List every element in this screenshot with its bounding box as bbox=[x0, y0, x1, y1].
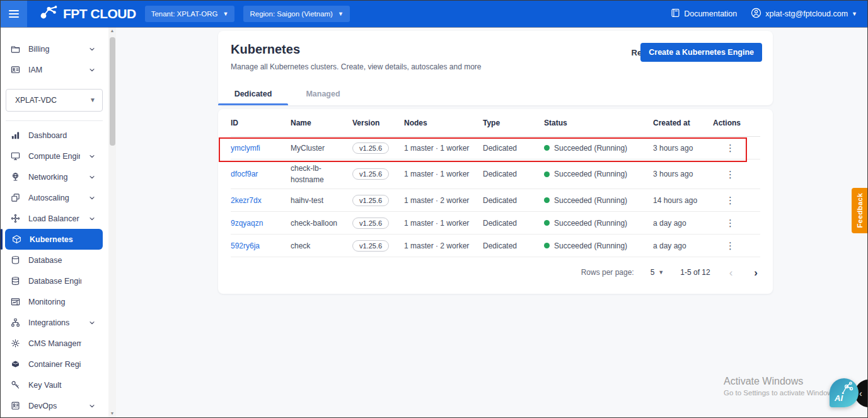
cluster-type-cell: Dedicated bbox=[483, 241, 544, 250]
sidebar-item-database-engine[interactable]: Database Engine bbox=[1, 270, 105, 291]
scroll-up-icon[interactable]: ▲ bbox=[108, 27, 116, 35]
main-content: Kubernetes Manage all Kubernetes cluster… bbox=[116, 27, 867, 417]
chevron-down-icon bbox=[88, 257, 96, 264]
sidebar-item-label: CMS Management bbox=[28, 339, 81, 348]
ai-assistant-button[interactable]: AI bbox=[830, 378, 859, 407]
previous-page-button[interactable]: ‹ bbox=[727, 267, 736, 278]
status-text: Succeeded (Running) bbox=[554, 241, 627, 250]
cluster-version-cell: v1.25.6 bbox=[352, 240, 404, 252]
tab-managed[interactable]: Managed bbox=[288, 90, 358, 105]
page-subtitle: Manage all Kubernetes clusters. Create, … bbox=[231, 62, 482, 71]
cluster-name-cell: check bbox=[291, 237, 352, 255]
create-kubernetes-engine-button[interactable]: Create a Kubernetes Engine bbox=[640, 43, 762, 62]
sidebar-item-kubernetes[interactable]: Kubernetes bbox=[5, 229, 103, 250]
sidebar-item-billing[interactable]: Billing bbox=[1, 38, 105, 59]
cluster-id-link[interactable]: 9zqyaqzn bbox=[231, 219, 263, 228]
billing-icon bbox=[10, 44, 20, 54]
cluster-actions-cell: ⋮ bbox=[713, 217, 760, 229]
column-header-status: Status bbox=[544, 119, 653, 127]
database-engine-icon bbox=[10, 276, 20, 286]
cluster-version-cell: v1.25.6 bbox=[352, 142, 404, 154]
table-row: 592ry6ja check v1.25.6 1 master · 2 work… bbox=[231, 235, 760, 257]
column-header-actions: Actions bbox=[713, 119, 760, 127]
status-dot-icon bbox=[544, 171, 550, 177]
vdc-selector[interactable]: XPLAT-VDC ▼ bbox=[6, 89, 103, 112]
fpt-cloud-logo[interactable]: FPT CLOUD bbox=[40, 5, 136, 23]
sidebar-item-label: Monitoring bbox=[28, 298, 80, 306]
status-text: Succeeded (Running) bbox=[554, 144, 627, 153]
cluster-id-link[interactable]: ymclymfi bbox=[231, 144, 260, 153]
column-header-name: Name bbox=[291, 119, 352, 127]
chevron-down-icon bbox=[86, 236, 94, 243]
tab-dedicated[interactable]: Dedicated bbox=[218, 90, 288, 105]
menu-toggle-button[interactable] bbox=[1, 1, 27, 27]
chevron-down-icon bbox=[90, 277, 96, 285]
rows-per-page-select[interactable]: 5 ▼ bbox=[651, 268, 664, 277]
column-header-id: ID bbox=[231, 119, 291, 127]
user-account-menu[interactable]: xplat-stg@fptcloud.com ▼ bbox=[751, 8, 857, 20]
sidebar-divider bbox=[6, 120, 103, 121]
tenant-label: Tenant: XPLAT-ORG bbox=[151, 10, 218, 18]
cluster-actions-cell: ⋮ bbox=[713, 194, 760, 206]
sidebar-item-dashboard[interactable]: Dashboard bbox=[1, 125, 105, 146]
pagination-bar: Rows per page: 5 ▼ 1-5 of 12 ‹ › bbox=[231, 257, 760, 285]
kubernetes-icon bbox=[11, 235, 21, 245]
next-page-button[interactable]: › bbox=[751, 267, 760, 278]
row-actions-menu-icon[interactable]: ⋮ bbox=[722, 168, 739, 180]
chevron-down-icon bbox=[90, 340, 96, 347]
sidebar-item-key-vault[interactable]: Key Vault bbox=[1, 374, 105, 395]
page-header-card: Kubernetes Manage all Kubernetes cluster… bbox=[218, 31, 773, 105]
documentation-link[interactable]: Documentation bbox=[671, 8, 737, 20]
sidebar-item-container-registry[interactable]: Container Registry bbox=[1, 354, 105, 374]
ai-button-label: AI bbox=[835, 393, 843, 403]
sidebar-item-integrations[interactable]: Integrations bbox=[1, 312, 105, 333]
sidebar-scrollbar[interactable]: ▲ ▼ bbox=[108, 27, 116, 417]
cluster-id-link[interactable]: 2kezr7dx bbox=[231, 196, 262, 205]
cluster-version-cell: v1.25.6 bbox=[352, 168, 404, 180]
table-row: 2kezr7dx haihv-test v1.25.6 1 master · 2… bbox=[231, 189, 760, 212]
sidebar-item-label: Billing bbox=[28, 45, 80, 54]
row-actions-menu-icon[interactable]: ⋮ bbox=[722, 217, 739, 229]
sidebar-item-monitoring[interactable]: Monitoring bbox=[1, 291, 105, 312]
sidebar-main-group: Dashboard Compute Engine Networking Auto… bbox=[1, 125, 108, 416]
region-selector[interactable]: Region: Saigon (Vietnam) ▼ bbox=[243, 6, 349, 22]
column-header-type: Type bbox=[483, 119, 544, 127]
sidebar-item-devops[interactable]: DevOps bbox=[1, 395, 105, 416]
cluster-created-cell: 14 hours ago bbox=[653, 196, 713, 205]
database-icon bbox=[10, 255, 20, 265]
cluster-nodes-cell: 1 master · 1 worker bbox=[404, 170, 483, 178]
sidebar-item-label: Dashboard bbox=[28, 131, 80, 140]
tenant-selector[interactable]: Tenant: XPLAT-ORG ▼ bbox=[145, 6, 235, 22]
cluster-id-link[interactable]: dfocf9ar bbox=[231, 170, 258, 178]
scroll-down-icon[interactable]: ▼ bbox=[108, 410, 116, 417]
cluster-status-cell: Succeeded (Running) bbox=[544, 219, 653, 228]
caret-down-icon: ▼ bbox=[658, 270, 664, 276]
sidebar-item-networking[interactable]: Networking bbox=[1, 166, 105, 187]
chevron-down-icon bbox=[88, 319, 96, 327]
logo-text: FPT CLOUD bbox=[63, 6, 136, 21]
sidebar-item-cms-management[interactable]: CMS Management bbox=[1, 333, 105, 354]
table-header-row: IDNameVersionNodesTypeStatusCreated atAc… bbox=[231, 109, 760, 137]
sidebar-item-autoscaling[interactable]: Autoscaling bbox=[1, 187, 105, 208]
sidebar-item-database[interactable]: Database bbox=[1, 250, 105, 270]
sidebar-item-compute-engine[interactable]: Compute Engine bbox=[1, 146, 105, 166]
dashboard-icon bbox=[10, 131, 20, 141]
row-actions-menu-icon[interactable]: ⋮ bbox=[722, 194, 739, 206]
row-actions-menu-icon[interactable]: ⋮ bbox=[722, 142, 739, 154]
cluster-id-link[interactable]: 592ry6ja bbox=[231, 241, 260, 250]
compute-engine-icon bbox=[10, 151, 20, 161]
sidebar-item-label: Integrations bbox=[28, 318, 80, 327]
sidebar-item-iam[interactable]: IAM bbox=[1, 59, 105, 80]
cluster-nodes-cell: 1 master · 1 worker bbox=[404, 219, 483, 228]
row-actions-menu-icon[interactable]: ⋮ bbox=[722, 240, 739, 252]
feedback-tab[interactable]: Feedback bbox=[852, 188, 867, 233]
iam-icon bbox=[10, 65, 20, 75]
sidebar-item-label: Database bbox=[28, 256, 80, 265]
caret-down-icon: ▼ bbox=[852, 11, 857, 17]
load-balancer-icon bbox=[10, 214, 20, 224]
scrollbar-thumb[interactable] bbox=[110, 37, 115, 146]
sidebar-item-load-balancer[interactable]: Load Balancer bbox=[1, 208, 105, 229]
table-row: ymclymfi MyCluster v1.25.6 1 master · 1 … bbox=[231, 137, 760, 160]
cluster-created-cell: 3 hours ago bbox=[653, 170, 713, 178]
status-text: Succeeded (Running) bbox=[554, 196, 627, 205]
